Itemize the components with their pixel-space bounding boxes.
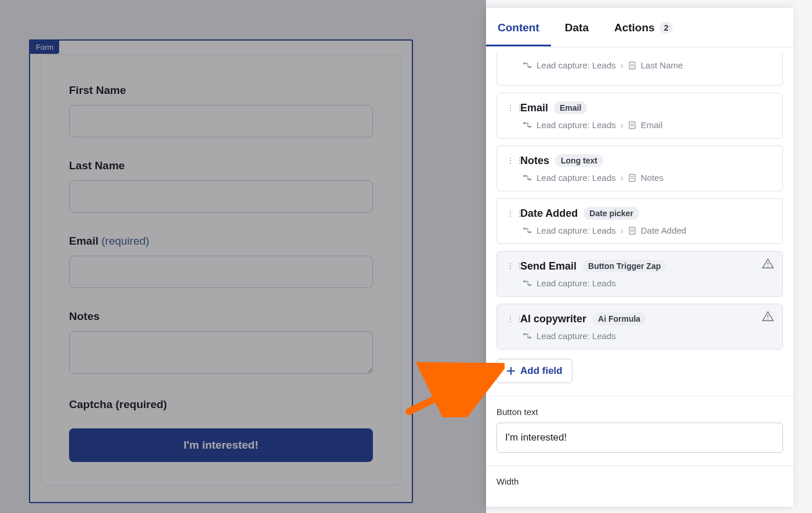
svg-rect-1 [528, 66, 531, 68]
tab-actions-badge: 2 [659, 22, 673, 34]
panel-tabs: Content Data Actions 2 [486, 8, 793, 48]
tab-data[interactable]: Data [565, 21, 589, 46]
source-app: Lead capture: Leads [536, 60, 616, 70]
form-selection-outline[interactable]: Form First Name Last Name Email (require… [29, 39, 413, 503]
field-row-head: ⋮⋮Date AddedDate picker [497, 199, 782, 223]
field-type-pill: Ai Formula [592, 312, 646, 325]
required-suffix: (required) [102, 235, 149, 247]
flow-icon [523, 173, 532, 183]
field-row-head: ⋮⋮NotesLong text [497, 146, 782, 170]
column-icon [628, 121, 636, 129]
svg-rect-15 [523, 228, 526, 230]
field-label: Email (required) [69, 235, 373, 248]
svg-rect-17 [629, 227, 635, 234]
flow-icon [523, 226, 532, 235]
form-field-notes: Notes [69, 310, 373, 376]
svg-rect-16 [528, 231, 531, 233]
field-row-last-name-partial[interactable]: Lead capture: Leads › Last Name [496, 53, 783, 86]
field-source-meta: Lead capture: Leads [497, 329, 782, 349]
width-section: Width [486, 465, 793, 486]
svg-rect-6 [528, 126, 531, 128]
column-icon [628, 61, 636, 70]
svg-rect-10 [523, 175, 526, 177]
drag-handle-icon[interactable]: ⋮⋮ [506, 314, 514, 323]
notes-textarea[interactable] [69, 331, 373, 374]
field-row[interactable]: ⋮⋮Date AddedDate pickerLead capture: Lea… [496, 198, 783, 244]
button-text-section: Button text [486, 396, 793, 453]
flow-icon [523, 332, 532, 341]
field-row-head: ⋮⋮EmailEmail [497, 93, 782, 118]
drag-handle-icon[interactable]: ⋮⋮ [506, 209, 514, 218]
field-label-text: Email [69, 235, 99, 247]
field-row[interactable]: ⋮⋮AI copywriterAi FormulaLead capture: L… [496, 304, 783, 350]
chevron-right-icon: › [621, 225, 624, 235]
field-label: Notes [69, 310, 373, 323]
chevron-right-icon: › [621, 120, 624, 130]
field-row-title: Date Added [520, 208, 578, 220]
field-type-pill: Button Trigger Zap [582, 260, 666, 272]
captcha-label: Captcha (required) [69, 398, 373, 411]
form-field-last-name: Last Name [69, 159, 373, 213]
field-row[interactable]: ⋮⋮NotesLong textLead capture: Leads›Note… [496, 145, 783, 191]
svg-rect-12 [629, 174, 635, 181]
source-app: Lead capture: Leads [536, 278, 616, 288]
svg-rect-0 [523, 63, 526, 64]
email-input[interactable] [69, 256, 373, 288]
add-field-button[interactable]: Add field [496, 359, 572, 383]
panel-body[interactable]: Lead capture: Leads › Last Name ⋮⋮EmailE… [486, 48, 793, 507]
first-name-input[interactable] [69, 105, 373, 137]
form-card: First Name Last Name Email (required) No… [41, 54, 401, 486]
chevron-right-icon: › [621, 60, 624, 70]
column-icon [628, 174, 636, 182]
svg-rect-26 [523, 333, 526, 335]
source-field: Notes [641, 173, 664, 183]
field-row-head: ⋮⋮AI copywriterAi Formula [497, 304, 782, 329]
flow-icon [523, 61, 532, 70]
svg-rect-27 [528, 337, 531, 339]
field-type-pill: Long text [555, 154, 603, 167]
svg-point-25 [767, 319, 768, 320]
field-source-meta: Lead capture: Leads›Date Added [497, 223, 782, 243]
field-type-pill: Date picker [583, 207, 639, 220]
field-row-head: ⋮⋮Send EmailButton Trigger Zap [497, 252, 782, 276]
svg-rect-11 [528, 179, 531, 180]
drag-handle-icon[interactable]: ⋮⋮ [506, 261, 514, 271]
config-panel: Content Data Actions 2 Lead capture: Lea… [486, 8, 793, 507]
form-badge: Form [30, 41, 59, 54]
source-app: Lead capture: Leads [536, 120, 616, 130]
source-app: Lead capture: Leads [536, 331, 616, 341]
field-row[interactable]: ⋮⋮Send EmailButton Trigger ZapLead captu… [496, 251, 783, 297]
field-row-title: Notes [520, 155, 549, 167]
field-source-meta: Lead capture: Leads›Email [497, 118, 782, 138]
last-name-input[interactable] [69, 180, 373, 213]
add-field-label: Add field [520, 365, 563, 377]
field-row-title: AI copywriter [520, 313, 586, 325]
field-source-meta: Lead capture: Leads › Last Name [506, 58, 773, 78]
source-app: Lead capture: Leads [536, 173, 616, 183]
column-icon [628, 227, 636, 235]
field-row-title: Send Email [520, 260, 577, 272]
field-label: First Name [69, 84, 373, 97]
plus-icon [506, 366, 516, 376]
width-label: Width [496, 476, 783, 486]
tab-actions[interactable]: Actions 2 [614, 21, 673, 46]
source-app: Lead capture: Leads [536, 225, 616, 235]
flow-icon [523, 121, 532, 130]
chevron-right-icon: › [621, 173, 624, 183]
submit-button[interactable]: I'm interested! [69, 428, 373, 462]
svg-rect-22 [523, 281, 526, 282]
drag-handle-icon[interactable]: ⋮⋮ [506, 103, 514, 112]
warning-icon [762, 257, 774, 272]
field-row-title: Email [520, 102, 548, 114]
svg-rect-7 [629, 122, 635, 129]
button-text-input[interactable] [496, 423, 783, 453]
svg-rect-2 [629, 62, 635, 69]
button-text-label: Button text [496, 407, 783, 417]
form-field-email: Email (required) [69, 235, 373, 288]
form-field-first-name: First Name [69, 84, 373, 137]
field-row[interactable]: ⋮⋮EmailEmailLead capture: Leads›Email [496, 93, 783, 139]
source-field: Email [641, 120, 663, 130]
tab-content[interactable]: Content [498, 21, 539, 46]
source-field: Last Name [641, 60, 683, 70]
drag-handle-icon[interactable]: ⋮⋮ [506, 156, 514, 165]
